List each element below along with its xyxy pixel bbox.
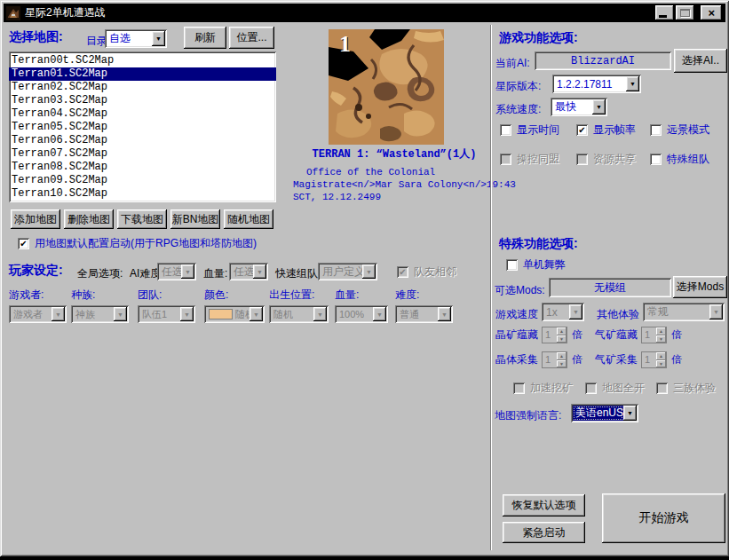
checkbox-box[interactable]	[650, 124, 662, 136]
map-action-button[interactable]: 新BN地图	[170, 209, 220, 229]
spinner-input: 1▲▼	[542, 351, 567, 368]
close-button[interactable]: ×	[701, 5, 722, 20]
spinner-buttons: ▲▼	[557, 327, 567, 343]
game-speed-select: 1x ▼	[542, 303, 584, 321]
chevron-down-icon: ▼	[114, 307, 127, 321]
game-option-checkbox: 资源共享	[576, 152, 650, 167]
combo-field: 随机	[271, 307, 313, 321]
version-select[interactable]: 1.2.2.17811 ▼	[552, 75, 641, 93]
map-action-button[interactable]: 随机地图	[224, 209, 273, 229]
select-ai-button[interactable]: 选择AI..	[674, 49, 727, 73]
map-action-button[interactable]: 删除地图	[64, 209, 114, 229]
map-list-item[interactable]: Terran04.SC2Map	[9, 107, 276, 121]
start-location-marker: 1	[339, 31, 351, 58]
restore-defaults-button[interactable]: 恢复默认选项	[503, 494, 585, 517]
maximize-button[interactable]	[676, 5, 694, 20]
game-option-checkbox[interactable]: ✔显示帧率	[576, 122, 650, 138]
chevron-down-icon: ▼	[373, 307, 386, 321]
emergency-start-button[interactable]: 紧急启动	[503, 522, 585, 543]
chevron-down-icon: ▼	[52, 307, 65, 321]
game-option-checkbox[interactable]: 远景模式	[650, 122, 709, 138]
combo-field: 100%	[337, 307, 373, 321]
checkbox-box	[585, 383, 597, 394]
map-list-item[interactable]: Terran10.SC2Map	[9, 187, 276, 201]
map-action-button[interactable]: 下载地图	[117, 209, 167, 229]
game-option-checkbox[interactable]: 特殊组队	[650, 152, 709, 167]
game-option-checkbox: 操控同盟	[500, 152, 576, 167]
player-column-label: 游戏者:	[9, 288, 71, 303]
checkbox-box: ✔	[397, 266, 408, 278]
refresh-button[interactable]: 刷新	[184, 27, 226, 49]
player-select: 游戏者▼	[9, 305, 67, 323]
combo-value: 最快	[555, 99, 576, 114]
map-list-item[interactable]: Terran06.SC2Map	[9, 134, 276, 147]
map-list-item[interactable]: Terran02.SC2Map	[9, 81, 276, 94]
spinner-input: 1▲▼	[542, 327, 567, 343]
system-speed-select[interactable]: 最快 ▼	[551, 98, 607, 116]
spin-down-icon: ▼	[557, 360, 567, 368]
player-section-title: 玩家设定:	[9, 263, 63, 279]
checkbox-box[interactable]	[650, 154, 662, 165]
player-column: 团队:队伍1▼	[138, 288, 204, 323]
select-mods-button[interactable]: 选择Mods	[673, 276, 727, 298]
combo-value: 自选	[109, 31, 131, 46]
combo-value: 美语enUS	[575, 406, 623, 421]
checkbox-box[interactable]	[506, 259, 518, 271]
chevron-down-icon: ▼	[253, 264, 266, 279]
hp-label: 血量:	[203, 266, 227, 281]
default-config-checkbox[interactable]: ✔ 用地图默认配置启动(用于RPG地图和塔防地图)	[18, 236, 257, 251]
minimize-button[interactable]	[655, 5, 674, 20]
combo-value: 随机	[273, 308, 293, 321]
system-speed-label: 系统速度:	[495, 102, 541, 117]
combo-value: 神族	[75, 308, 95, 321]
player-column-label: 团队:	[138, 288, 204, 303]
map-list-item[interactable]: Terran03.SC2Map	[9, 94, 276, 107]
close-icon: ×	[708, 7, 715, 19]
spinner-buttons: ▲▼	[656, 352, 666, 367]
special-option-checkbox: 三族体验	[656, 381, 716, 396]
player-column-label: 难度:	[395, 288, 453, 303]
game-option-checkbox-label: 远景模式	[667, 122, 709, 138]
chevron-down-icon: ▼	[362, 264, 376, 279]
player-select: 随机▼	[269, 305, 329, 323]
cheat-checkbox[interactable]: 单机舞弊	[506, 257, 566, 272]
spinner-suffix: 倍	[572, 327, 582, 343]
map-list-item[interactable]: Terran09.SC2Map	[9, 174, 276, 187]
map-list-item[interactable]: Terran05.SC2Map	[9, 121, 276, 134]
maximize-icon	[680, 9, 690, 17]
app-window: 星际2单机遭遇战 × 选择地图: 目录: 自选 ▼ 刷新 位置... Terra…	[0, 0, 729, 556]
checkbox-box[interactable]: ✔	[18, 238, 29, 249]
location-button[interactable]: 位置...	[229, 27, 274, 49]
spin-down-icon: ▼	[656, 360, 666, 368]
combo-value: 任选	[162, 264, 181, 279]
map-info-title: TERRAN 1: “Wasteland”(1人)	[293, 146, 495, 162]
current-ai-value: BlizzardAI	[535, 51, 671, 70]
combo-field: 任选	[159, 264, 181, 279]
spinner-buttons: ▲▼	[656, 327, 666, 343]
chevron-down-icon: ▼	[313, 307, 327, 321]
checkbox-box	[513, 383, 525, 394]
language-select[interactable]: 美语enUS ▼	[571, 404, 638, 422]
ai-difficulty-select: 任选 ▼	[157, 263, 196, 280]
combo-field: 最快	[552, 99, 592, 114]
checkbox-box[interactable]	[500, 124, 511, 136]
directory-select[interactable]: 自选 ▼	[105, 29, 167, 48]
start-game-button[interactable]: 开始游戏	[602, 493, 725, 543]
map-list-item[interactable]: Terran00t.SC2Map	[9, 54, 276, 67]
map-list-item[interactable]: Terran08.SC2Map	[9, 161, 276, 174]
map-list-item[interactable]: Terran01.SC2Map	[9, 67, 276, 81]
chevron-down-icon: ▼	[592, 99, 606, 114]
panel-divider	[490, 25, 491, 550]
game-option-checkbox[interactable]: 显示时间	[500, 122, 576, 138]
spinner-label: 气矿采集	[595, 352, 639, 367]
checkbox-box[interactable]: ✔	[576, 124, 588, 136]
combo-value: 随机	[235, 308, 250, 321]
combo-value: 用户定义	[322, 264, 362, 279]
player-select: 神族▼	[71, 305, 129, 323]
combo-value: 普通	[400, 308, 419, 321]
combo-field: 随机	[206, 307, 250, 321]
map-action-button[interactable]: 添加地图	[11, 209, 60, 229]
adjacent-teammates-checkbox: ✔ 队友相邻	[397, 264, 456, 280]
map-list-item[interactable]: Terran07.SC2Map	[9, 147, 276, 161]
color-swatch	[209, 309, 233, 319]
